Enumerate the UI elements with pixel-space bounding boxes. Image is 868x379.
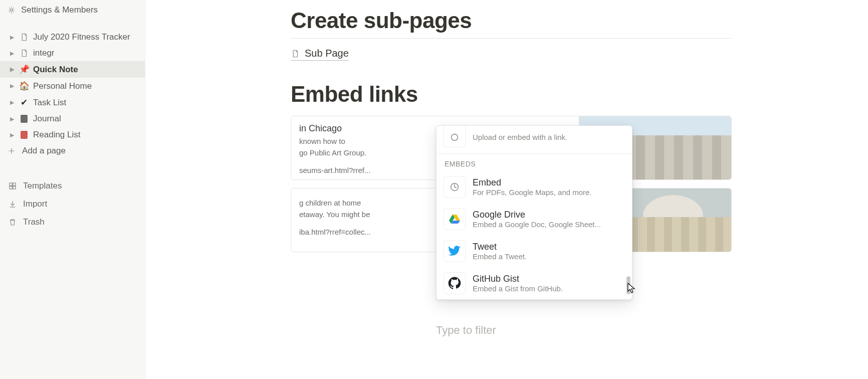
menu-item-tweet[interactable]: Tweet Embed a Tweet. [437, 235, 632, 267]
book-icon [19, 131, 29, 139]
sidebar-item-label: Journal [33, 114, 61, 124]
chevron-right-icon[interactable]: ▶ [9, 50, 15, 57]
svg-rect-2 [13, 183, 16, 185]
house-icon: 🏠 [19, 81, 29, 91]
sidebar-item-task-list[interactable]: ▶ ✔ Task List [0, 94, 145, 111]
pushpin-icon: 📌 [19, 64, 29, 75]
filter-input-ghost[interactable]: Type to filter [436, 324, 496, 337]
sidebar-item-quick-note[interactable]: ▶ 📌 Quick Note [0, 61, 145, 78]
menu-item-desc: Embed a Google Doc, Google Sheet... [473, 220, 601, 229]
download-icon [8, 200, 17, 209]
heading-create-subpages: Create sub-pages [291, 8, 732, 33]
trash-button[interactable]: Trash [0, 213, 145, 231]
sidebar-item-label: Task List [33, 98, 66, 108]
sidebar-item-fitness-tracker[interactable]: ▶ July 2020 Fitness Tracker [0, 29, 145, 45]
menu-item-title: Google Drive [473, 210, 601, 220]
page-icon [19, 49, 29, 58]
sidebar: Settings & Members ▶ July 2020 Fitness T… [0, 0, 145, 379]
trash-icon [8, 218, 17, 227]
sidebar-pages: ▶ July 2020 Fitness Tracker ▶ integr ▶ 📌… [0, 29, 145, 159]
menu-item-title: Embed [473, 177, 592, 188]
add-page-button[interactable]: Add a page [0, 143, 145, 159]
gear-icon [7, 6, 16, 15]
menu-item-partial[interactable]: Upload or embed with a link. [437, 126, 632, 153]
subpage-link[interactable]: Sub Page [291, 48, 349, 61]
chevron-right-icon[interactable]: ▶ [9, 132, 15, 138]
menu-item-desc: For PDFs, Google Maps, and more. [473, 188, 592, 197]
chevron-right-icon[interactable]: ▶ [9, 83, 15, 89]
menu-item-google-drive[interactable]: Google Drive Embed a Google Doc, Google … [437, 203, 632, 235]
chevron-right-icon[interactable]: ▶ [9, 99, 15, 106]
sidebar-item-integr[interactable]: ▶ integr [0, 45, 145, 61]
check-icon: ✔ [19, 97, 29, 108]
twitter-icon [444, 240, 466, 262]
menu-item-desc: Embed a Tweet. [473, 252, 527, 261]
github-icon [444, 272, 466, 294]
menu-section-label: EMBEDS [437, 154, 632, 171]
subpage-label: Sub Page [305, 48, 349, 59]
cursor-icon [627, 283, 636, 294]
sidebar-utilities: Templates Import Trash [0, 177, 145, 231]
sidebar-item-label: Personal Home [33, 81, 92, 91]
sidebar-item-personal-home[interactable]: ▶ 🏠 Personal Home [0, 78, 145, 94]
menu-item-github-gist[interactable]: GitHub Gist Embed a Gist from GitHub. [437, 267, 632, 299]
svg-point-0 [11, 9, 13, 12]
sidebar-item-label: integr [33, 48, 55, 58]
sidebar-item-reading-list[interactable]: ▶ Reading List [0, 127, 145, 143]
menu-item-desc: Upload or embed with a link. [473, 133, 567, 141]
divider [291, 38, 732, 39]
menu-item-title: GitHub Gist [473, 274, 563, 284]
templates-button[interactable]: Templates [0, 177, 145, 195]
sidebar-item-label: July 2020 Fitness Tracker [33, 32, 130, 42]
svg-rect-4 [13, 186, 16, 189]
menu-item-desc: Embed a Gist from GitHub. [473, 284, 563, 293]
notebook-icon [19, 115, 29, 123]
embed-icon [444, 176, 466, 198]
svg-point-5 [452, 134, 458, 140]
templates-icon [8, 181, 17, 191]
add-page-label: Add a page [22, 146, 66, 156]
import-label: Import [23, 199, 47, 209]
page-icon [19, 33, 29, 42]
sidebar-item-label: Quick Note [33, 65, 78, 75]
trash-label: Trash [23, 217, 45, 227]
menu-item-embed[interactable]: Embed For PDFs, Google Maps, and more. [437, 171, 632, 203]
chevron-right-icon[interactable]: ▶ [9, 34, 15, 41]
settings-members-label: Settings & Members [21, 5, 98, 15]
settings-members[interactable]: Settings & Members [0, 2, 145, 18]
chevron-right-icon[interactable]: ▶ [9, 116, 15, 122]
chevron-right-icon[interactable]: ▶ [9, 66, 15, 73]
menu-item-title: Tweet [473, 242, 527, 252]
plus-icon [7, 146, 16, 155]
heading-embed-links: Embed links [291, 82, 732, 107]
upload-icon [444, 126, 466, 147]
app-root: Settings & Members ▶ July 2020 Fitness T… [0, 0, 868, 379]
google-drive-icon [444, 208, 466, 230]
block-insert-menu[interactable]: Upload or embed with a link. EMBEDS Embe… [436, 125, 632, 300]
import-button[interactable]: Import [0, 195, 145, 213]
main-content: Create sub-pages Sub Page Embed links in… [145, 0, 868, 379]
page-icon [291, 49, 300, 58]
svg-rect-3 [10, 186, 12, 189]
templates-label: Templates [23, 181, 62, 191]
sidebar-item-label: Reading List [33, 130, 81, 140]
sidebar-item-journal[interactable]: ▶ Journal [0, 111, 145, 127]
svg-rect-1 [10, 183, 12, 185]
